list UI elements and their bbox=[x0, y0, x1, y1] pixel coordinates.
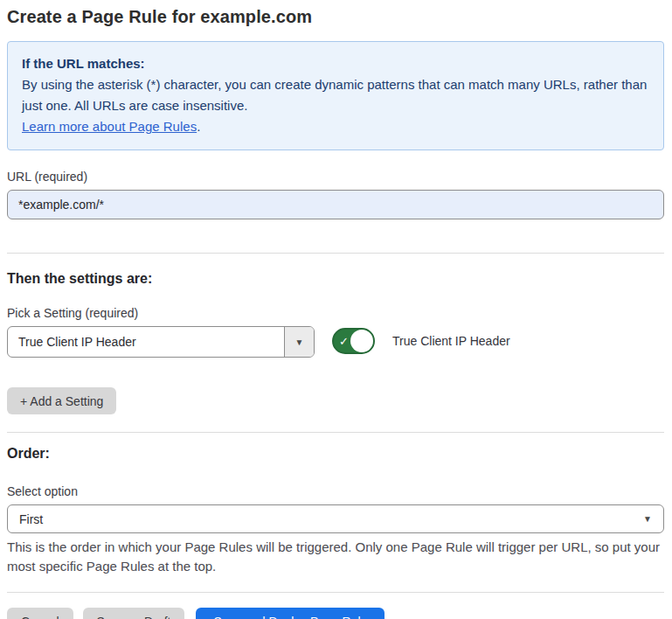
toggle-label: True Client IP Header bbox=[392, 334, 510, 348]
order-select-value: First bbox=[19, 512, 643, 526]
setting-select-value: True Client IP Header bbox=[8, 327, 284, 357]
info-box-body: By using the asterisk (*) character, you… bbox=[22, 74, 649, 116]
true-client-ip-toggle[interactable]: ✓ bbox=[332, 328, 375, 354]
toggle-group: ✓ True Client IP Header bbox=[332, 328, 510, 354]
section-divider bbox=[7, 253, 664, 254]
chevron-down-icon: ▼ bbox=[295, 337, 304, 347]
check-icon: ✓ bbox=[339, 336, 349, 347]
chevron-down-icon: ▼ bbox=[643, 514, 652, 524]
info-box-heading: If the URL matches: bbox=[22, 53, 649, 74]
info-box-link-line: Learn more about Page Rules. bbox=[22, 116, 649, 137]
page-title: Create a Page Rule for example.com bbox=[7, 7, 664, 27]
order-select[interactable]: First ▼ bbox=[7, 504, 664, 533]
add-setting-button[interactable]: + Add a Setting bbox=[7, 387, 116, 414]
section-divider bbox=[7, 592, 664, 593]
save-as-draft-button[interactable]: Save as Draft bbox=[83, 608, 185, 619]
setting-select-arrow-button[interactable]: ▼ bbox=[284, 327, 314, 357]
actions-row: Cancel Save as Draft Save and Deploy Pag… bbox=[7, 608, 664, 619]
learn-more-link[interactable]: Learn more about Page Rules bbox=[22, 119, 197, 134]
url-input[interactable] bbox=[7, 190, 664, 219]
setting-row: True Client IP Header ▼ ✓ True Client IP… bbox=[7, 326, 664, 358]
url-match-info-box: If the URL matches: By using the asteris… bbox=[7, 41, 664, 150]
section-divider bbox=[7, 432, 664, 433]
toggle-knob bbox=[350, 330, 373, 352]
pick-setting-label: Pick a Setting (required) bbox=[7, 306, 664, 320]
settings-section-heading: Then the settings are: bbox=[7, 271, 664, 287]
order-section-heading: Order: bbox=[7, 446, 664, 462]
link-suffix: . bbox=[197, 119, 200, 134]
order-help-text: This is the order in which your Page Rul… bbox=[7, 538, 664, 576]
url-field-label: URL (required) bbox=[7, 170, 664, 184]
save-and-deploy-button[interactable]: Save and Deploy Page Rule bbox=[196, 608, 384, 619]
setting-select[interactable]: True Client IP Header ▼ bbox=[7, 326, 315, 358]
cancel-button[interactable]: Cancel bbox=[7, 608, 73, 619]
order-select-label: Select option bbox=[7, 484, 664, 498]
